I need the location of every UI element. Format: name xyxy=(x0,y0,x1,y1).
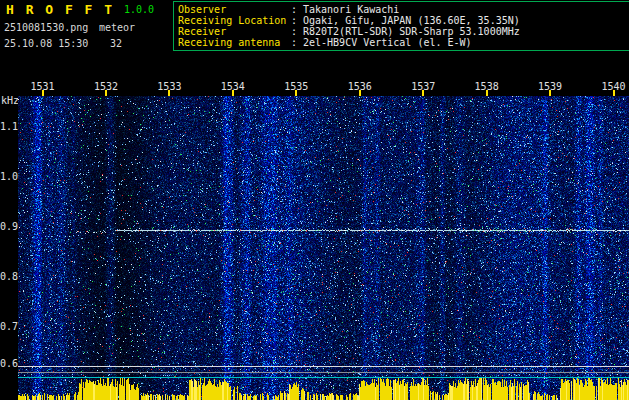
info-label: Receiving Location xyxy=(178,15,291,26)
info-row: Observer:Takanori Kawachi xyxy=(178,4,399,15)
freq-tick-label: 1.1 xyxy=(0,121,16,132)
observation-datetime: 25.10.08 15:30 xyxy=(4,38,88,49)
info-separator: : xyxy=(291,37,303,48)
spectrogram-canvas xyxy=(18,96,629,400)
app-version: 1.0.0 xyxy=(124,4,154,15)
info-row: Receiver:R820T2(RTL-SDR) SDR-Sharp 53.10… xyxy=(178,26,520,37)
hrofft-window: H R O F F T 1.0.0 2510081530.png meteor … xyxy=(0,0,629,400)
freq-unit-label: kHz xyxy=(1,95,19,106)
freq-tick-label: 0.8 xyxy=(0,271,16,282)
info-separator: : xyxy=(291,4,303,15)
freq-tick-label: 0.7 xyxy=(0,321,16,332)
freq-tick-label: 1.0 xyxy=(0,171,16,182)
info-value: R820T2(RTL-SDR) SDR-Sharp 53.1000MHz xyxy=(303,26,520,37)
info-label: Receiving antenna xyxy=(178,37,291,48)
freq-tick-label: 0.9 xyxy=(0,221,16,232)
echo-count: 32 xyxy=(110,38,122,49)
info-separator: : xyxy=(291,26,303,37)
station-info-box: Observer:Takanori KawachiReceiving Locat… xyxy=(173,1,629,51)
app-title: H R O F F T xyxy=(6,2,114,17)
info-label: Receiver xyxy=(178,26,291,37)
freq-tick-label: 0.6 xyxy=(0,358,16,369)
info-label: Observer xyxy=(178,4,291,15)
output-filename: 2510081530.png xyxy=(4,22,88,33)
info-row: Receiving Location:Ogaki, Gifu, JAPAN (1… xyxy=(178,15,520,26)
info-value: Ogaki, Gifu, JAPAN (136.60E, 35.35N) xyxy=(303,15,520,26)
info-value: Takanori Kawachi xyxy=(303,4,399,15)
info-row: Receiving antenna:2el-HB9CV Vertical (el… xyxy=(178,37,472,48)
info-value: 2el-HB9CV Vertical (el. E-W) xyxy=(303,37,472,48)
info-separator: : xyxy=(291,15,303,26)
mode-label: meteor xyxy=(99,22,135,33)
